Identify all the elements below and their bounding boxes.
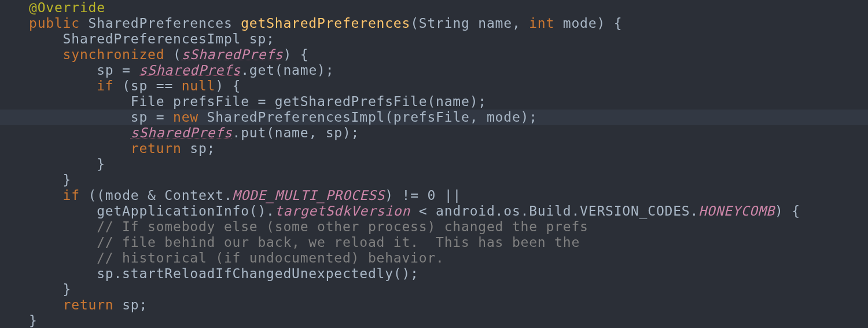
code-line: // If somebody else (some other process)… [29,219,868,235]
code-line: @Override [29,0,868,16]
tok-type: SharedPreferences [89,16,241,31]
tok-field: sSharedPrefs [131,125,233,140]
tok-const: MODE_MULTI_PROCESS [233,188,385,203]
code-line: return sp; [29,297,868,313]
tok-keyword: synchronized [63,47,173,62]
tok-qual: < android.os.Build.VERSION_CODES. [419,203,698,218]
code-line: SharedPreferencesImpl sp; [29,31,868,47]
tok-keyword: if [63,188,89,203]
tok-stmt: sp = [29,110,173,125]
tok-indent [29,78,97,93]
code-line: } [29,313,868,328]
tok-stmt: File prefsFile = getSharedPrefsFile(name… [29,94,487,109]
tok-keyword: int [529,16,563,31]
tok-ident: sp; [122,297,148,312]
code-line: } [29,172,868,188]
tok-comment: // historical (if undocumented) behavior… [29,250,444,265]
code-line: sp = sSharedPrefs.get(name); [29,63,868,78]
code-editor[interactable]: @Overridepublic SharedPreferences getSha… [0,0,868,328]
tok-brace: } [29,172,71,187]
tok-keyword: return [131,141,190,156]
code-line: public SharedPreferences getSharedPrefer… [29,16,868,31]
code-line: if (sp == null) { [29,78,868,94]
tok-keyword: public [29,16,89,31]
tok-keyword: if [97,78,122,93]
tok-expr: ((mode & Context. [89,188,233,203]
code-line: // file behind our back, we reload it. T… [29,235,868,250]
code-line: sp.startReloadIfChangedUnexpectedly(); [29,266,868,282]
tok-num: 0 [427,188,444,203]
tok-const: HONEYCOMB [698,203,775,218]
code-line: } [29,156,868,172]
tok-member: targetSdkVersion [275,203,419,218]
tok-paren: ( [173,47,182,62]
tok-brace: } [29,313,38,328]
code-line: if ((mode & Context.MODE_MULTI_PROCESS) … [29,188,868,203]
tok-brace: ) { [215,78,241,93]
code-line: return sp; [29,141,868,156]
tok-ctor: SharedPreferencesImpl(prefsFile, mode); [207,110,538,125]
tok-call: getApplicationInfo(). [29,203,275,218]
tok-op: || [444,188,461,203]
tok-method: getSharedPreferences [241,16,410,31]
code-line: File prefsFile = getSharedPrefsFile(name… [29,94,868,110]
tok-brace: } [29,156,105,172]
tok-brace: } [29,282,71,297]
tok-brace: mode) { [563,16,623,31]
tok-brace: ) { [775,203,800,218]
tok-call: .put(name, sp); [233,125,360,140]
tok-ident: sp; [190,141,215,156]
tok-indent [29,141,131,156]
tok-indent [29,188,63,203]
tok-keyword: new [173,110,207,125]
code-line-highlighted: sp = new SharedPreferencesImpl(prefsFile… [0,110,868,125]
tok-null: null [182,78,216,93]
tok-indent [29,125,131,140]
tok-comment: // If somebody else (some other process)… [29,219,589,234]
code-line: sSharedPrefs.put(name, sp); [29,125,868,141]
tok-indent [29,297,63,312]
tok-expr: (sp == [122,78,182,93]
tok-comment: // file behind our back, we reload it. T… [29,235,580,250]
code-line: synchronized (sSharedPrefs) { [29,47,868,63]
code-line: } [29,282,868,297]
tok-call: .get(name); [241,63,334,78]
code-line: // historical (if undocumented) behavior… [29,250,868,266]
tok-brace: ) { [283,47,308,62]
tok-stmt: SharedPreferencesImpl sp; [29,31,275,46]
tok-call: sp.startReloadIfChangedUnexpectedly(); [29,266,419,281]
tok-field: sSharedPrefs [182,47,284,62]
tok-annotation: @Override [29,0,105,15]
tok-indent [29,47,63,62]
tok-stmt: sp = [29,63,139,78]
code-line: getApplicationInfo().targetSdkVersion < … [29,203,868,219]
tok-keyword: return [63,297,123,312]
tok-op: ) != [385,188,427,203]
tok-params: (String name, [410,16,529,31]
tok-field: sSharedPrefs [139,63,241,78]
